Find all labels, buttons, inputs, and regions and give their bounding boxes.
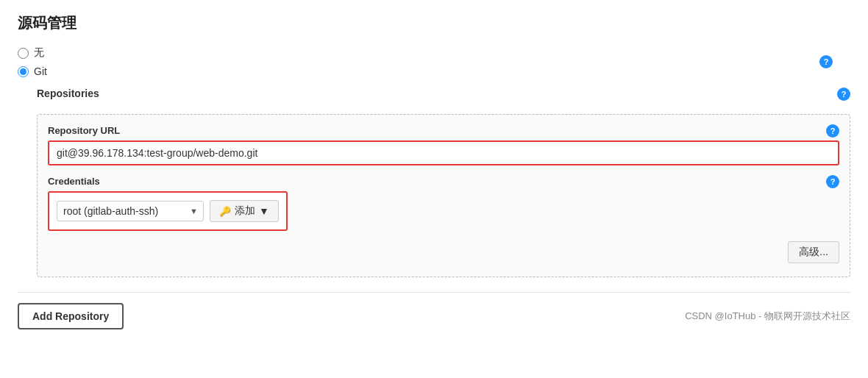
add-repository-button[interactable]: Add Repository [18, 303, 124, 329]
radio-git-label: Git [34, 65, 47, 77]
credentials-select-wrapper: - 无 - root (gitlab-auth-ssh) ▼ [57, 201, 204, 221]
repo-url-field: Repository URL ? [48, 125, 839, 165]
credentials-select[interactable]: - 无 - root (gitlab-auth-ssh) [57, 201, 204, 221]
credentials-label-row: Credentials ? [48, 176, 839, 187]
advanced-row: 高级... [48, 241, 839, 263]
radio-git[interactable]: Git [18, 65, 850, 77]
key-icon: 🔑 [219, 206, 231, 217]
watermark-text: CSDN @IoTHub - 物联网开源技术社区 [685, 310, 850, 323]
credentials-help-icon[interactable]: ? [826, 175, 839, 188]
page-wrapper: 源码管理 无 Git ? Repositories ? Repository U… [0, 0, 868, 341]
radio-none-label: 无 [34, 46, 44, 60]
repositories-help-icon[interactable]: ? [837, 88, 850, 101]
bottom-bar: Add Repository CSDN @IoTHub - 物联网开源技术社区 [18, 292, 850, 329]
credentials-section: Credentials ? - 无 - root (gitlab-auth-ss… [48, 176, 839, 231]
add-btn-arrow-icon: ▼ [259, 205, 269, 217]
repositories-label: Repositories [37, 88, 99, 99]
repositories-header: Repositories [37, 88, 850, 107]
radio-group: 无 Git [18, 46, 850, 77]
page-title: 源码管理 [18, 13, 850, 33]
advanced-button[interactable]: 高级... [788, 241, 839, 263]
radio-none[interactable]: 无 [18, 46, 850, 60]
repo-box: Repository URL ? Credentials ? - 无 - roo… [37, 114, 850, 277]
repo-url-label: Repository URL [48, 125, 120, 136]
repo-url-input[interactable] [48, 140, 839, 165]
add-credentials-button[interactable]: 🔑 添加 ▼ [210, 200, 279, 222]
git-help-icon[interactable]: ? [819, 55, 833, 68]
repos-help-row: Repositories ? [18, 88, 850, 107]
radio-git-input[interactable] [18, 66, 29, 77]
credentials-inner: - 无 - root (gitlab-auth-ssh) ▼ 🔑 添加 ▼ [48, 191, 288, 231]
repo-url-help-icon[interactable]: ? [826, 124, 839, 138]
radio-none-input[interactable] [18, 48, 29, 59]
credentials-label: Credentials [48, 176, 100, 187]
add-btn-label: 添加 [235, 204, 255, 218]
repo-url-label-row: Repository URL ? [48, 125, 839, 136]
